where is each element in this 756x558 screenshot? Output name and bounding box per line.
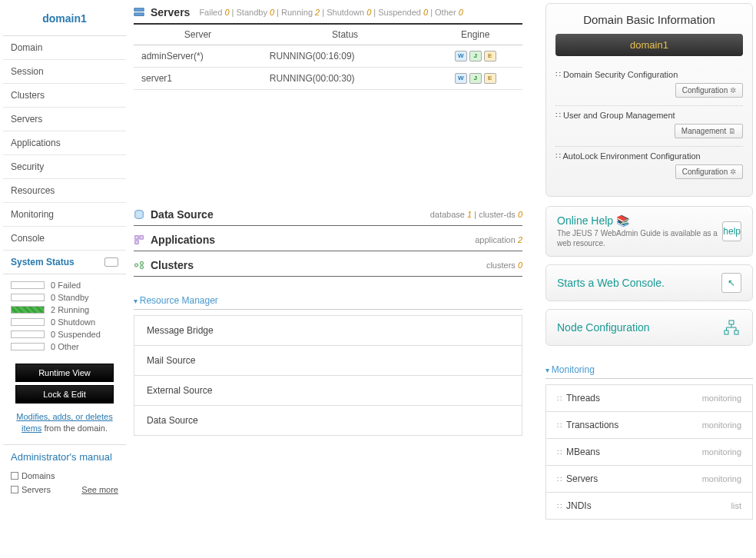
monitoring-list: ∷Threadsmonitoring∷Transactionsmonitorin… (545, 384, 753, 520)
configuration-button[interactable]: Configuration (675, 83, 743, 98)
database-icon (134, 209, 144, 220)
online-help-desc: The JEUS 7 WebAdmin Guide is available a… (557, 228, 722, 248)
sidebar-item-monitoring[interactable]: Monitoring (3, 203, 126, 227)
engine-ejb-icon[interactable]: E (484, 51, 496, 61)
svg-rect-11 (734, 330, 738, 334)
sidebar-item-clusters[interactable]: Clusters (3, 84, 126, 108)
clusters-counts: clusters 0 (486, 261, 522, 270)
system-status-header[interactable]: System Status (3, 251, 126, 274)
sidebar-item-security[interactable]: Security (3, 155, 126, 179)
system-status-label: System Status (11, 257, 75, 267)
datasource-counts: database 1 | cluster-ds 0 (430, 210, 522, 219)
monitoring-section-label[interactable]: Monitoring (545, 364, 753, 379)
domain-basic-info-card: Domain Basic Information domain1 ∷ Domai… (545, 3, 753, 197)
resource-item-data-source[interactable]: Data Source (134, 405, 522, 436)
servers-col-status: Status (262, 25, 429, 45)
server-row[interactable]: adminServer(*)RUNNING(00:16:09)WJE (134, 45, 522, 68)
engine-web-icon[interactable]: W (455, 51, 467, 61)
status-row-running: 2 Running (11, 304, 118, 316)
servers-icon (134, 7, 144, 18)
sidebar-domain-title[interactable]: domain1 (3, 3, 126, 36)
servers-title: Servers (151, 6, 190, 18)
sidebar-item-session[interactable]: Session (3, 60, 126, 84)
engine-ejb-icon[interactable]: E (484, 73, 496, 84)
servers-table: ServerStatusEngine adminServer(*)RUNNING… (134, 25, 522, 90)
svg-rect-9 (729, 321, 734, 324)
clusters-icon (134, 260, 144, 271)
node-config-title: Node Configuration (557, 321, 650, 334)
bullet-icon: ∷ (557, 394, 562, 403)
domain-basic-info-title: Domain Basic Information (555, 13, 743, 26)
see-more-link[interactable]: See more (81, 485, 118, 494)
sidebar-item-domain[interactable]: Domain (3, 36, 126, 60)
info-row: ∷ AutoLock Environment ConfigurationConf… (555, 146, 743, 187)
system-status-list: 0 Failed0 Standby2 Running0 Shutdown0 Su… (3, 274, 126, 360)
svg-rect-1 (134, 13, 144, 16)
engine-jms-icon[interactable]: J (469, 73, 482, 84)
monitoring-item-mbeans[interactable]: ∷MBeansmonitoring (545, 438, 753, 466)
svg-point-6 (134, 264, 138, 267)
web-console-card[interactable]: Starts a Web Console. ↖ (545, 264, 753, 301)
servers-panel-header: Servers Failed 0 | Standby 0 | Running 2… (134, 3, 522, 25)
sidebar-item-resources[interactable]: Resources (3, 179, 126, 203)
resource-item-mail-source[interactable]: Mail Source (134, 345, 522, 376)
lock-edit-button[interactable]: Lock & Edit (15, 385, 114, 404)
management-button[interactable]: Management (675, 124, 743, 138)
status-row-failed: 0 Failed (11, 279, 118, 291)
clusters-panel-header[interactable]: Clusters clusters 0 (134, 256, 522, 277)
datasource-panel-header[interactable]: Data Source database 1 | cluster-ds 0 (134, 205, 522, 226)
applications-title: Applications (151, 234, 215, 246)
engine-web-icon[interactable]: W (455, 73, 467, 84)
lock-edit-note: Modifies, adds, or deletes items from th… (3, 407, 126, 444)
admin-manual-title: Administrator's manual (11, 451, 118, 464)
resource-item-external-source[interactable]: External Source (134, 375, 522, 406)
runtime-view-button[interactable]: Runtime View (15, 364, 114, 382)
online-help-card[interactable]: Online Help 📚 The JEUS 7 WebAdmin Guide … (545, 206, 753, 257)
status-row-shutdown: 0 Shutdown (11, 316, 118, 328)
status-bar-icon (11, 306, 45, 314)
svg-rect-4 (140, 236, 143, 239)
svg-rect-3 (135, 236, 138, 239)
monitoring-item-threads[interactable]: ∷Threadsmonitoring (545, 384, 753, 412)
configuration-button[interactable]: Configuration (675, 164, 743, 179)
svg-point-8 (140, 265, 143, 268)
sidebar-item-servers[interactable]: Servers (3, 108, 126, 131)
manual-item-servers[interactable]: ServersSee more (11, 483, 118, 497)
status-row-standby: 0 Standby (11, 291, 118, 304)
svg-rect-10 (724, 330, 728, 334)
sidebar-actions: Runtime View Lock & Edit Modifies, adds,… (3, 364, 126, 444)
resource-item-message-bridge[interactable]: Message Bridge (134, 315, 522, 346)
sidebar: domain1 DomainSessionClustersServersAppl… (3, 3, 126, 520)
servers-col-engine: Engine (428, 25, 522, 45)
monitoring-item-jndis[interactable]: ∷JNDIslist (545, 492, 753, 520)
resource-manager-section-label[interactable]: Resource Manager (134, 295, 522, 310)
status-bar-icon (11, 294, 45, 301)
resource-manager-list: Message BridgeMail SourceExternal Source… (134, 315, 522, 436)
bullet-icon: ∷ (557, 448, 562, 457)
status-bar-icon (11, 281, 45, 289)
svg-point-7 (140, 261, 143, 264)
system-status-toggle-icon[interactable] (104, 257, 118, 267)
info-row: ∷ Domain Security ConfigurationConfigura… (555, 65, 743, 105)
bullet-icon: ∷ (555, 70, 563, 79)
manual-item-domains[interactable]: Domains (11, 469, 118, 483)
applications-icon (134, 234, 144, 245)
bullet-icon: ∷ (557, 475, 562, 483)
bullet-icon: ∷ (557, 502, 562, 510)
servers-col-server: Server (134, 25, 262, 45)
sidebar-nav: DomainSessionClustersServersApplications… (3, 36, 126, 251)
node-config-card[interactable]: Node Configuration (545, 309, 753, 346)
monitoring-item-servers[interactable]: ∷Serversmonitoring (545, 465, 753, 493)
admin-manual: Administrator's manual DomainsServersSee… (3, 444, 126, 506)
engine-jms-icon[interactable]: J (469, 51, 482, 61)
server-row[interactable]: server1RUNNING(00:00:30)WJE (134, 68, 522, 90)
node-tree-icon (721, 317, 741, 337)
sidebar-item-applications[interactable]: Applications (3, 131, 126, 155)
applications-panel-header[interactable]: Applications application 2 (134, 231, 522, 251)
monitoring-item-transactions[interactable]: ∷Transactionsmonitoring (545, 411, 753, 439)
web-console-title: Starts a Web Console. (557, 277, 665, 289)
applications-counts: application 2 (475, 235, 522, 244)
main-column: Servers Failed 0 | Standby 0 | Running 2… (134, 3, 522, 520)
sidebar-item-console[interactable]: Console (3, 227, 126, 251)
status-row-other: 0 Other (11, 340, 118, 353)
